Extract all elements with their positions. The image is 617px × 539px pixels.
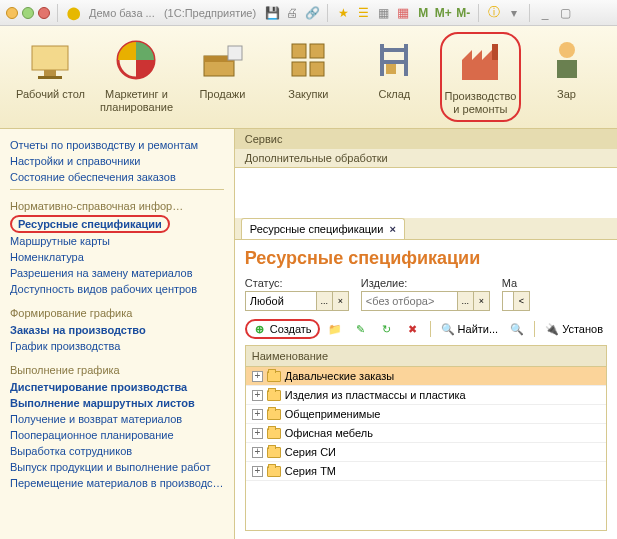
separator — [430, 321, 431, 337]
ellipsis-icon[interactable]: < — [513, 292, 529, 310]
sidebar-link[interactable]: Перемещение материалов в производс… — [10, 475, 224, 491]
svg-marker-17 — [462, 50, 472, 60]
row-label: Офисная мебель — [285, 427, 373, 439]
svg-rect-6 — [228, 46, 242, 60]
calc-icon[interactable]: ▦ — [375, 5, 391, 21]
maintool-warehouse[interactable]: Склад — [354, 32, 435, 122]
expand-icon[interactable]: + — [252, 428, 263, 439]
calendar-icon[interactable]: ▦ — [395, 5, 411, 21]
expand-icon[interactable]: + — [252, 409, 263, 420]
folder-icon — [267, 371, 281, 382]
m-label: Ма — [502, 277, 530, 289]
status-input[interactable] — [246, 292, 316, 310]
svg-rect-13 — [380, 48, 408, 52]
sidebar-link[interactable]: Разрешения на замену материалов — [10, 265, 224, 281]
maintool-production[interactable]: Производство и ремонты — [440, 32, 521, 122]
expand-icon[interactable]: + — [252, 390, 263, 401]
window-title: Демо база ... (1С:Предприятие) — [89, 7, 256, 19]
clear-find-button[interactable]: 🔍 — [506, 320, 528, 338]
separator — [534, 321, 535, 337]
maintool-purchase[interactable]: Закупки — [268, 32, 349, 122]
folder-icon — [267, 409, 281, 420]
tab-resource-specs[interactable]: Ресурсные спецификации × — [241, 218, 405, 239]
minimize-icon[interactable]: _ — [537, 5, 553, 21]
folder-icon — [267, 428, 281, 439]
expand-icon[interactable]: + — [252, 447, 263, 458]
sidebar-link[interactable]: Доступность видов рабочих центров — [10, 281, 224, 297]
sidebar-link[interactable]: Настройки и справочники — [10, 153, 224, 169]
table-row[interactable]: +Серия ТМ — [246, 462, 606, 481]
clear-icon[interactable]: × — [332, 292, 348, 310]
app-logo-icon: ⬤ — [65, 5, 81, 21]
window-btn-3[interactable] — [38, 7, 50, 19]
svg-rect-22 — [557, 60, 577, 78]
m-combo[interactable]: < — [502, 291, 530, 311]
find-button[interactable]: 🔍 Найти... — [437, 320, 503, 338]
ellipsis-icon[interactable]: ... — [316, 292, 332, 310]
status-combo[interactable]: ... × — [245, 291, 349, 311]
maintool-sales[interactable]: Продажи — [182, 32, 263, 122]
sidebar-link[interactable]: Выполнение маршрутных листов — [10, 395, 224, 411]
star-icon[interactable]: ★ — [335, 5, 351, 21]
info-icon[interactable]: ⓘ — [486, 5, 502, 21]
column-header[interactable]: Наименование — [245, 345, 607, 366]
dropdown-icon[interactable]: ▾ — [506, 5, 522, 21]
clear-icon[interactable]: × — [473, 292, 489, 310]
sidebar-link[interactable]: Диспетчирование производства — [10, 379, 224, 395]
add-folder-button[interactable]: 📁 — [324, 320, 346, 338]
sidebar-link[interactable]: Ресурсные спецификации — [10, 215, 224, 233]
m-plus-icon[interactable]: M+ — [435, 5, 451, 21]
delete-button[interactable]: ✖ — [402, 320, 424, 338]
svg-rect-16 — [462, 60, 498, 80]
sidebar-link[interactable]: Состояние обеспечения заказов — [10, 169, 224, 185]
ellipsis-icon[interactable]: ... — [457, 292, 473, 310]
set-button[interactable]: 🔌 Установ — [541, 320, 607, 338]
row-label: Изделия из пластмассы и пластика — [285, 389, 466, 401]
folder-icon — [267, 390, 281, 401]
purchase-icon — [284, 36, 332, 84]
svg-rect-7 — [292, 44, 306, 58]
close-icon[interactable]: × — [389, 223, 395, 235]
sidebar-link[interactable]: Отчеты по производству и ремонтам — [10, 137, 224, 153]
m-minus-icon[interactable]: M- — [455, 5, 471, 21]
product-combo[interactable]: ... × — [361, 291, 490, 311]
window-btn-2[interactable] — [22, 7, 34, 19]
save-icon[interactable]: 💾 — [264, 5, 280, 21]
sidebar-link[interactable]: Пооперационное планирование — [10, 427, 224, 443]
expand-icon[interactable]: + — [252, 371, 263, 382]
sidebar-link[interactable]: Получение и возврат материалов — [10, 411, 224, 427]
edit-button[interactable]: ✎ — [350, 320, 372, 338]
maintool-desktop[interactable]: Рабочий стол — [10, 32, 91, 122]
sidebar-link[interactable]: Выработка сотрудников — [10, 443, 224, 459]
table-row[interactable]: +Общеприменимые — [246, 405, 606, 424]
sidebar-link[interactable]: Выпуск продукции и выполнение работ — [10, 459, 224, 475]
refresh-button[interactable]: ↻ — [376, 320, 398, 338]
table-row[interactable]: +Изделия из пластмассы и пластика — [246, 386, 606, 405]
sidebar-link[interactable]: Номенклатура — [10, 249, 224, 265]
service-item[interactable]: Дополнительные обработки — [235, 149, 617, 167]
sidebar-link[interactable]: Заказы на производство — [10, 322, 224, 338]
row-label: Серия ТМ — [285, 465, 336, 477]
attach-icon[interactable]: 🔗 — [304, 5, 320, 21]
product-input[interactable] — [362, 292, 457, 310]
svg-rect-0 — [32, 46, 68, 70]
warehouse-icon — [370, 36, 418, 84]
window-btn-1[interactable] — [6, 7, 18, 19]
bookmark-icon[interactable]: ☰ — [355, 5, 371, 21]
restore-icon[interactable]: ▢ — [557, 5, 573, 21]
table-row[interactable]: +Серия СИ — [246, 443, 606, 462]
maintool-marketing[interactable]: Маркетинг и планирование — [96, 32, 177, 122]
m-input[interactable] — [503, 292, 513, 310]
table-row[interactable]: +Давальческие заказы — [246, 367, 606, 386]
create-button[interactable]: ⊕ Создать — [245, 319, 320, 339]
sidebar-link[interactable]: Маршрутные карты — [10, 233, 224, 249]
m-icon[interactable]: M — [415, 5, 431, 21]
sales-icon — [198, 36, 246, 84]
expand-icon[interactable]: + — [252, 466, 263, 477]
maintool-salary[interactable]: Зар — [526, 32, 607, 122]
print-icon[interactable]: 🖨 — [284, 5, 300, 21]
svg-rect-10 — [310, 62, 324, 76]
sidebar-link[interactable]: График производства — [10, 338, 224, 354]
folder-add-icon: 📁 — [328, 322, 342, 336]
table-row[interactable]: +Офисная мебель — [246, 424, 606, 443]
